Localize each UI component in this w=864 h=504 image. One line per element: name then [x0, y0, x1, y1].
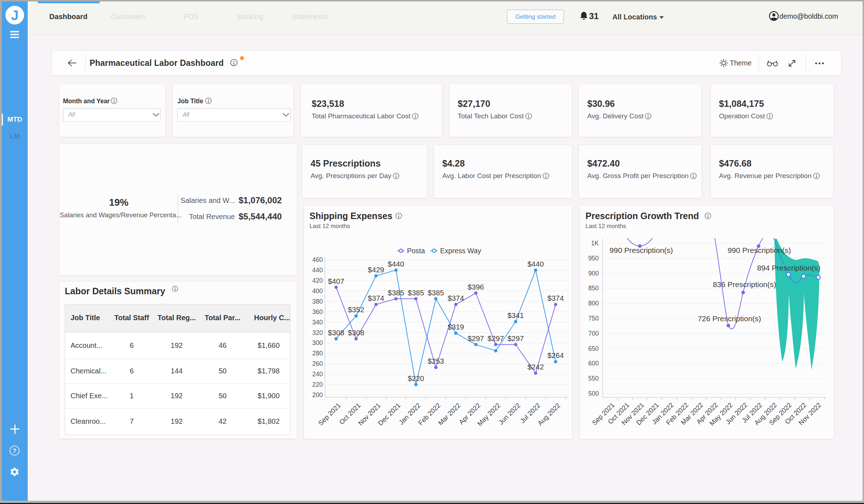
svg-text:$374: $374 [368, 294, 384, 302]
svg-text:$220: $220 [408, 374, 424, 382]
svg-text:320: 320 [312, 329, 323, 336]
svg-text:$407: $407 [328, 277, 344, 285]
svg-text:240: 240 [312, 371, 323, 378]
svg-text:280: 280 [312, 350, 323, 357]
svg-text:260: 260 [312, 360, 323, 367]
svg-text:990 Prescription(s): 990 Prescription(s) [610, 246, 673, 254]
svg-text:836 Prescription(s): 836 Prescription(s) [713, 280, 776, 289]
svg-text:420: 420 [312, 277, 323, 284]
svg-text:650: 650 [588, 345, 599, 352]
svg-text:500: 500 [588, 390, 599, 397]
svg-text:$308: $308 [348, 328, 365, 337]
svg-text:850: 850 [588, 285, 599, 292]
svg-text:$396: $396 [467, 283, 484, 291]
svg-text:Jun 2022: Jun 2022 [497, 401, 522, 426]
svg-text:Express Way: Express Way [440, 247, 481, 255]
svg-text:800: 800 [588, 300, 599, 307]
svg-text:440: 440 [312, 267, 323, 274]
svg-text:380: 380 [312, 298, 323, 305]
svg-text:$297: $297 [507, 334, 524, 342]
svg-text:360: 360 [312, 308, 323, 315]
svg-text:$264: $264 [547, 351, 564, 359]
svg-text:1K: 1K [591, 240, 599, 247]
svg-text:950: 950 [588, 255, 599, 262]
svg-text:220: 220 [312, 381, 323, 388]
svg-text:400: 400 [312, 287, 323, 295]
svg-text:550: 550 [588, 375, 599, 382]
svg-text:$341: $341 [507, 311, 524, 319]
svg-text:$352: $352 [348, 305, 365, 314]
svg-text:Sep 2021: Sep 2021 [317, 401, 342, 427]
svg-text:600: 600 [588, 360, 599, 367]
svg-text:900: 900 [588, 270, 599, 277]
svg-text:$297: $297 [467, 334, 484, 342]
svg-text:$440: $440 [388, 260, 404, 268]
svg-text:$385: $385 [428, 289, 444, 297]
svg-text:200: 200 [312, 391, 323, 399]
svg-text:$385: $385 [388, 289, 404, 297]
svg-text:726 Prescription(s): 726 Prescription(s) [698, 314, 761, 323]
svg-text:$429: $429 [368, 265, 384, 274]
svg-text:$385: $385 [408, 289, 424, 297]
svg-text:$253: $253 [428, 357, 444, 365]
svg-text:Mar 2022: Mar 2022 [436, 401, 462, 427]
svg-text:$440: $440 [528, 260, 544, 268]
svg-text:Posta: Posta [407, 247, 425, 255]
svg-text:$308: $308 [328, 328, 344, 337]
svg-text:$242: $242 [528, 363, 544, 371]
svg-text:894 Prescription(s): 894 Prescription(s) [757, 264, 820, 272]
svg-text:$297: $297 [488, 334, 504, 342]
svg-text:$319: $319 [448, 323, 464, 331]
svg-text:990 Prescription(s): 990 Prescription(s) [728, 246, 791, 254]
svg-text:?: ? [13, 448, 17, 454]
svg-text:$374: $374 [448, 294, 464, 302]
svg-text:300: 300 [312, 339, 323, 346]
svg-text:460: 460 [312, 256, 323, 263]
svg-text:750: 750 [588, 315, 599, 322]
svg-text:$374: $374 [547, 294, 564, 302]
svg-text:340: 340 [312, 319, 323, 326]
svg-text:700: 700 [588, 330, 599, 337]
